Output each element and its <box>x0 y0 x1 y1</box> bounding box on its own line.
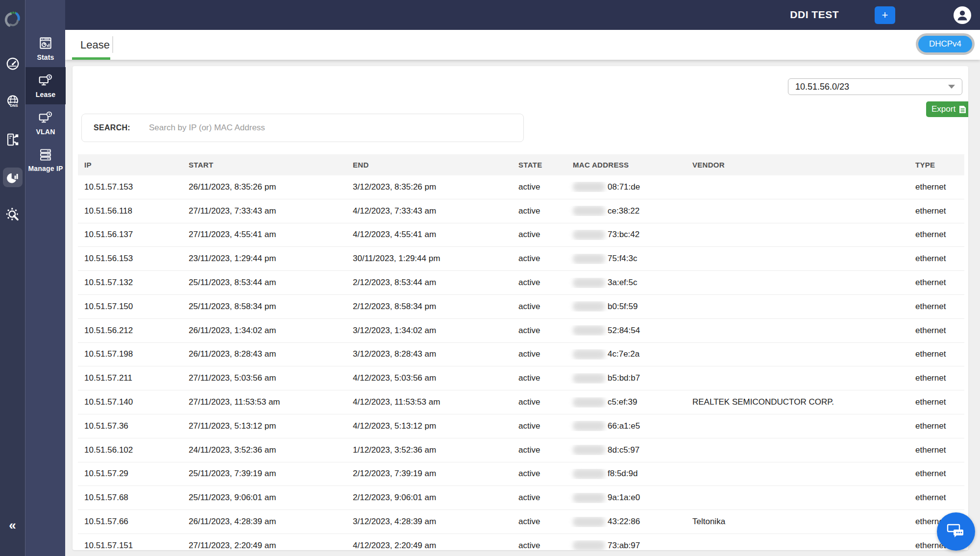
rail-item-settings[interactable] <box>0 203 25 225</box>
table-row: 10.51.57.211 27/11/2023, 5:03:56 am 4/12… <box>78 366 964 390</box>
search-input[interactable] <box>149 123 512 133</box>
cell-state: active <box>512 373 566 383</box>
table-row: 10.51.57.140 27/11/2023, 11:53:53 am 4/1… <box>78 390 964 414</box>
active-tab-underline <box>72 57 110 60</box>
cell-ip: 10.51.57.150 <box>78 302 182 312</box>
mac-suffix: c5:ef:39 <box>608 397 637 407</box>
sidebar-item-label: Lease <box>36 91 56 98</box>
cell-state: active <box>512 349 566 359</box>
export-label: Export <box>931 104 956 114</box>
cell-end: 3/12/2023, 4:28:39 am <box>346 517 512 527</box>
lease-monitor-clock-icon <box>38 73 53 88</box>
cell-type: ethernet <box>909 302 964 312</box>
cell-start: 27/11/2023, 4:55:41 am <box>182 230 346 240</box>
cell-start: 27/11/2023, 7:33:43 am <box>182 206 346 216</box>
rail-item-dhcp[interactable] <box>0 167 25 188</box>
add-button[interactable]: + <box>875 6 895 24</box>
cell-ip: 10.51.56.153 <box>78 254 182 264</box>
cell-state: active <box>512 421 566 431</box>
cell-type: ethernet <box>909 326 964 336</box>
user-avatar-button[interactable] <box>954 6 971 24</box>
cell-start: 25/11/2023, 7:39:19 am <box>182 469 346 479</box>
dns-globe-icon: DNS <box>5 95 20 109</box>
cell-type: ethernet <box>909 206 964 216</box>
cell-end: 3/12/2023, 1:34:02 am <box>346 326 512 336</box>
cell-type: ethernet <box>909 373 964 383</box>
cell-state: active <box>512 230 566 240</box>
cell-mac: b5:bd:b7 <box>566 373 686 384</box>
cell-end: 3/12/2023, 8:35:26 pm <box>346 182 512 192</box>
cell-end: 1/12/2023, 3:52:36 am <box>346 445 512 455</box>
cell-end: 4/12/2023, 4:55:41 am <box>346 230 512 240</box>
cell-start: 26/11/2023, 8:35:26 pm <box>182 182 346 192</box>
cell-type: ethernet <box>909 445 964 455</box>
cell-start: 27/11/2023, 2:20:49 am <box>182 541 346 550</box>
nav-rail: DNS « <box>0 0 25 556</box>
chat-widget-button[interactable] <box>937 512 975 551</box>
cell-mac: 66:a1:e5 <box>566 421 686 431</box>
sidebar-item-vlan[interactable]: VLAN <box>25 104 66 142</box>
cell-mac: 8d:c5:97 <box>566 445 686 455</box>
logo-icon <box>4 10 22 28</box>
tab-lease-label: Lease <box>80 39 110 51</box>
cell-mac: 75:f4:3c <box>566 254 686 264</box>
export-file-icon <box>959 105 966 114</box>
search-label: SEARCH: <box>94 123 130 132</box>
mac-suffix: f8:5d:9d <box>608 469 637 479</box>
cell-state: active <box>512 541 566 550</box>
subnet-select-value: 10.51.56.0/23 <box>795 82 849 92</box>
mac-redacted-blur <box>573 230 605 240</box>
rail-item-dashboard[interactable] <box>0 53 25 74</box>
cell-start: 24/11/2023, 3:52:36 am <box>182 445 346 455</box>
mac-suffix: 3a:ef:5c <box>608 278 637 288</box>
cell-end: 4/12/2023, 5:13:12 pm <box>346 421 512 431</box>
cell-mac: c5:ef:39 <box>566 397 686 408</box>
cell-start: 26/11/2023, 4:28:39 am <box>182 517 346 527</box>
cell-end: 2/12/2023, 8:58:34 pm <box>346 302 512 312</box>
table-row: 10.51.57.68 25/11/2023, 9:06:01 am 2/12/… <box>78 486 964 510</box>
cell-ip: 10.51.57.29 <box>78 469 182 479</box>
mac-redacted-blur <box>573 349 605 360</box>
cell-ip: 10.51.57.211 <box>78 373 182 383</box>
export-button[interactable]: Export <box>926 101 968 117</box>
table-row: 10.51.56.118 27/11/2023, 7:33:43 am 4/12… <box>78 199 964 223</box>
cell-ip: 10.51.57.66 <box>78 517 182 527</box>
mac-redacted-blur <box>573 469 605 479</box>
table-row: 10.51.57.153 26/11/2023, 8:35:26 pm 3/12… <box>78 175 964 199</box>
svg-text:DNS: DNS <box>10 103 18 108</box>
cell-type: ethernet <box>909 254 964 264</box>
dhcp-version-badge[interactable]: DHCPv4 <box>916 33 975 55</box>
table-row: 10.51.56.137 27/11/2023, 4:55:41 am 4/12… <box>78 223 964 247</box>
tab-lease[interactable]: Lease <box>74 30 117 60</box>
cell-ip: 10.51.56.102 <box>78 445 182 455</box>
cell-state: active <box>512 206 566 216</box>
table-row: 10.51.56.153 23/11/2023, 1:29:44 pm 30/1… <box>78 247 964 271</box>
sidebar-item-label: Stats <box>37 53 54 61</box>
cell-type: ethernet <box>909 421 964 431</box>
cell-state: active <box>512 302 566 312</box>
collapse-sidebar-button[interactable]: « <box>0 520 25 531</box>
subnet-select[interactable]: 10.51.56.0/23 <box>788 78 962 95</box>
cell-start: 23/11/2023, 1:29:44 pm <box>182 254 346 264</box>
cell-vendor: Teltonika <box>686 517 909 527</box>
cell-start: 26/11/2023, 8:28:43 am <box>182 349 346 359</box>
mac-redacted-blur <box>573 517 605 527</box>
sidebar-item-manage-ip[interactable]: Manage IP <box>25 142 66 179</box>
col-end: END <box>346 161 512 169</box>
sidebar-item-lease[interactable]: Lease <box>25 67 66 104</box>
cell-mac: 08:71:de <box>566 182 686 192</box>
cell-type: ethernet <box>909 469 964 479</box>
cell-state: active <box>512 254 566 264</box>
mac-suffix: 08:71:de <box>608 182 640 192</box>
cell-type: ethernet <box>909 493 964 503</box>
col-mac: MAC ADDRESS <box>566 161 686 169</box>
sidebar-item-stats[interactable]: Stats <box>25 30 66 67</box>
mac-suffix: b5:bd:b7 <box>608 373 640 383</box>
rail-item-dns[interactable]: DNS <box>0 91 25 113</box>
rail-item-ipam[interactable] <box>0 129 25 150</box>
cell-mac: 3a:ef:5c <box>566 278 686 288</box>
cell-mac: 43:22:86 <box>566 517 686 527</box>
cell-start: 25/11/2023, 9:06:01 am <box>182 493 346 503</box>
mac-suffix: b0:5f:59 <box>608 302 637 312</box>
cell-state: active <box>512 182 566 192</box>
